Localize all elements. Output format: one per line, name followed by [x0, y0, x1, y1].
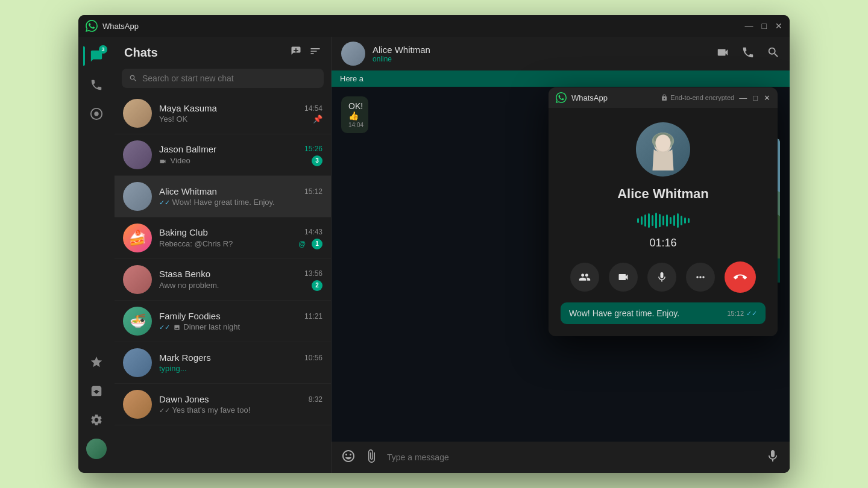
svg-point-1: [94, 111, 98, 116]
double-check-family: ✓✓: [159, 324, 170, 331]
chat-item-mark[interactable]: Mark Rogers 10:56 typing...: [115, 342, 331, 384]
chat-preview-family: ✓✓ Dinner last night: [159, 322, 322, 331]
more-options-btn[interactable]: [686, 263, 715, 292]
call-contact-name: Alice Whitman: [617, 186, 709, 202]
avatar-dawn: [123, 390, 152, 419]
call-maximize-btn[interactable]: □: [753, 93, 758, 102]
sidebar-item-status[interactable]: [83, 101, 110, 127]
whatsapp-title-logo: [86, 20, 98, 32]
filter-btn[interactable]: [309, 45, 321, 60]
mic-btn[interactable]: [766, 449, 780, 466]
chat-info-dawn: Dawn Jones 8:32 ✓✓ Yes that's my fave to…: [159, 394, 322, 414]
wave-bar-1: [637, 218, 639, 223]
emoji-btn[interactable]: [341, 449, 356, 466]
add-person-btn[interactable]: [570, 263, 599, 292]
wave-bar-6: [655, 213, 657, 228]
chat-item-dawn[interactable]: Dawn Jones 8:32 ✓✓ Yes that's my fave to…: [115, 384, 331, 425]
new-chat-btn[interactable]: [290, 45, 302, 60]
message-text-1: OK! 👍: [348, 101, 363, 120]
search-icon: [129, 74, 137, 83]
message-input-area: [332, 442, 790, 473]
message-bubble-1: OK! 👍 14:04: [341, 96, 368, 133]
search-input[interactable]: [142, 74, 316, 83]
chat-preview-maya: Yes! OK: [159, 114, 313, 124]
chat-item-family[interactable]: 🍜 Family Foodies 11:21 ✓✓ Dinner last ni…: [115, 301, 331, 342]
wave-bar-12: [677, 213, 679, 228]
close-btn[interactable]: ✕: [775, 22, 782, 30]
video-toggle-btn[interactable]: [609, 263, 638, 292]
icon-bar-top: 3: [83, 43, 110, 349]
title-bar: WhatsApp — □ ✕: [78, 15, 790, 37]
profile-avatar[interactable]: [83, 436, 110, 462]
search-bar: [122, 69, 324, 88]
emoji-icon: [341, 449, 356, 463]
maximize-btn[interactable]: □: [762, 22, 767, 30]
video-call-btn[interactable]: [716, 46, 729, 62]
chat-item-baking[interactable]: 🍰 Baking Club 14:43 Rebecca: @Chris R? @…: [115, 217, 331, 259]
chat-info-alice: Alice Whitman 15:12 ✓✓ Wow! Have great t…: [159, 186, 322, 207]
wave-bar-5: [652, 215, 653, 226]
double-check-dawn: ✓✓: [159, 407, 170, 414]
mic-icon: [766, 449, 780, 463]
svg-point-14: [655, 135, 670, 152]
attach-btn[interactable]: [364, 449, 379, 466]
title-bar-controls: — □ ✕: [745, 22, 782, 30]
avatar-alice: [123, 182, 152, 211]
call-minimize-btn[interactable]: —: [739, 93, 747, 102]
mute-toggle-btn[interactable]: [647, 263, 676, 292]
minimize-btn[interactable]: —: [745, 22, 753, 30]
call-avatar-bg: [636, 122, 690, 177]
call-message-preview: Wow! Have great time. Enjoy. 15:12 ✓✓: [561, 302, 766, 324]
sidebar-item-starred[interactable]: [83, 349, 110, 375]
sidebar-item-settings[interactable]: [83, 407, 110, 433]
call-avatar-image: [642, 128, 684, 170]
unread-badge-stasa: 2: [312, 280, 322, 291]
avatar-stasa: [123, 265, 152, 294]
call-overlay-logo: [556, 92, 567, 103]
chat-item-jason[interactable]: Jason Ballmer 15:26 Video 3: [115, 134, 331, 176]
wave-bar-2: [641, 216, 643, 225]
message-time-1: 14:04: [348, 122, 361, 128]
add-person-icon: [579, 271, 591, 283]
sidebar-item-archived[interactable]: [83, 378, 110, 404]
chat-contact-name: Alice Whitman: [373, 45, 709, 55]
voice-call-btn[interactable]: [741, 46, 755, 62]
wave-bar-7: [659, 214, 661, 227]
voice-call-icon: [741, 46, 755, 59]
call-close-btn[interactable]: ✕: [764, 93, 770, 102]
chat-info-jason: Jason Ballmer 15:26 Video 3: [159, 144, 322, 166]
icon-bar: 3: [78, 37, 115, 473]
wave-bar-8: [662, 216, 664, 225]
avatar-family: 🍜: [123, 307, 152, 336]
chat-time-jason: 15:26: [304, 145, 322, 153]
chat-item-maya[interactable]: Maya Kasuma 14:54 Yes! OK 📌: [115, 93, 331, 134]
sidebar-header: Chats: [115, 37, 331, 66]
search-chat-btn[interactable]: [767, 46, 780, 62]
wave-bar-13: [681, 216, 682, 225]
more-icon: [694, 271, 706, 283]
chat-time-maya: 14:54: [304, 104, 322, 113]
chat-name-stasa: Stasa Benko: [159, 269, 210, 279]
chat-header-avatar: [341, 42, 365, 66]
chat-info-maya: Maya Kasuma 14:54 Yes! OK 📌: [159, 103, 322, 124]
message-input[interactable]: [387, 452, 757, 462]
chat-item-stasa[interactable]: Stasa Benko 13:56 Aww no problem. 2: [115, 259, 331, 301]
wave-bar-4: [648, 213, 650, 228]
sidebar-item-calls[interactable]: [83, 72, 110, 98]
sidebar-item-chats[interactable]: 3: [83, 43, 110, 69]
call-waveform: [637, 211, 690, 230]
wave-bar-15: [688, 218, 690, 223]
mute-icon: [656, 271, 668, 283]
chat-time-family: 11:21: [304, 312, 322, 321]
notification-text: Here a: [340, 74, 363, 83]
chat-name-dawn: Dawn Jones: [159, 394, 209, 404]
chats-badge: 3: [99, 45, 107, 54]
end-call-btn[interactable]: [725, 261, 756, 293]
chat-info-stasa: Stasa Benko 13:56 Aww no problem. 2: [159, 269, 322, 291]
chat-name-jason: Jason Ballmer: [159, 144, 216, 154]
chat-item-alice[interactable]: Alice Whitman 15:12 ✓✓ Wow! Have great t…: [115, 176, 331, 217]
call-security: End-to-end encrypted: [661, 94, 734, 101]
chat-time-mark: 10:56: [304, 354, 322, 362]
avatar-jason: [123, 140, 152, 169]
call-message-time: 15:12: [727, 310, 744, 317]
